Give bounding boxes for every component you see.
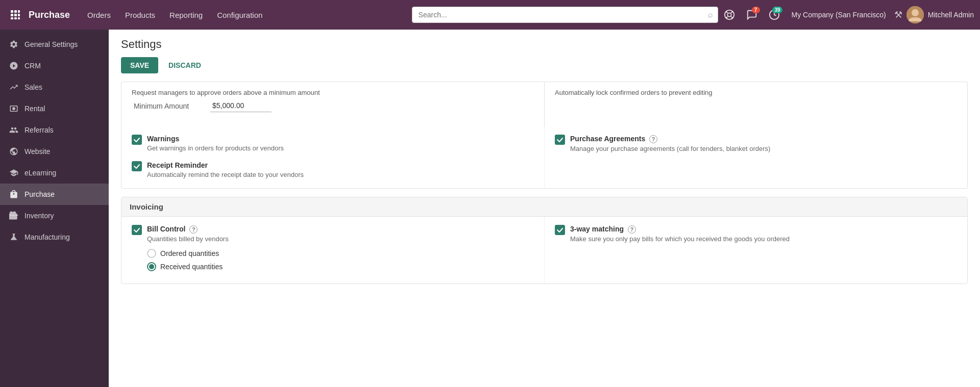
warnings-label: Warnings — [147, 135, 284, 143]
search-container: ⌕ — [412, 7, 718, 23]
purchase-agreements-text: Purchase Agreements ? Manage your purcha… — [570, 135, 770, 153]
svg-rect-18 — [10, 215, 18, 216]
search-icon: ⌕ — [708, 10, 713, 19]
three-way-matching-checkbox[interactable] — [555, 225, 565, 235]
lock-confirmed-orders-text: Automatically lock confirmed orders to p… — [555, 88, 957, 97]
website-icon — [8, 146, 19, 157]
svg-rect-4 — [14, 14, 17, 16]
ordered-quantities-radio-button[interactable] — [147, 249, 156, 258]
three-way-matching-description: Make sure you only pay bills for which y… — [570, 235, 790, 244]
bill-control-checkbox[interactable] — [132, 225, 142, 235]
orders-col-right: Purchase Agreements ? Manage your purcha… — [545, 126, 967, 188]
save-button[interactable]: SAVE — [121, 57, 158, 73]
sidebar-item-inventory[interactable]: Inventory — [0, 205, 109, 226]
sidebar-item-manufacturing[interactable]: Manufacturing — [0, 226, 109, 248]
username[interactable]: Mitchell Admin — [928, 11, 974, 19]
three-way-matching-label: 3-way matching ? — [570, 225, 790, 234]
svg-point-10 — [727, 13, 731, 16]
sidebar: General Settings CRM Sales — [0, 30, 109, 387]
support-icon-button[interactable] — [720, 6, 739, 24]
svg-rect-6 — [11, 17, 13, 19]
activities-icon-button[interactable]: 39 — [765, 6, 783, 24]
activities-badge: 39 — [772, 7, 782, 13]
action-buttons: SAVE DISCARD — [121, 57, 968, 73]
partial-col-left: Request managers to approve orders above… — [121, 82, 545, 126]
referrals-icon — [8, 124, 19, 136]
search-input[interactable] — [412, 7, 718, 23]
svg-line-12 — [731, 17, 732, 18]
three-way-matching-help-icon[interactable]: ? — [628, 225, 636, 234]
rental-icon — [8, 103, 19, 114]
bill-control-help-icon[interactable]: ? — [189, 225, 198, 234]
inventory-icon — [8, 210, 19, 221]
receipt-reminder-text: Receipt Reminder Automatically remind th… — [147, 161, 304, 179]
bill-control-setting: Bill Control ? Quantities billed by vend… — [132, 225, 534, 275]
sidebar-item-crm[interactable]: CRM — [0, 55, 109, 76]
received-quantities-radio-inner — [149, 264, 154, 269]
bill-control-description: Quantities billed by vendors — [147, 235, 229, 244]
nav-configuration[interactable]: Configuration — [210, 0, 270, 30]
sidebar-item-rental[interactable]: Rental — [0, 98, 109, 119]
bill-control-radio-group: Ordered quantities Received quantities — [147, 249, 229, 271]
sidebar-item-website[interactable]: Website — [0, 141, 109, 162]
messages-badge: 7 — [752, 7, 760, 13]
page-header: Settings SAVE DISCARD — [109, 30, 980, 82]
approve-orders-text: Request managers to approve orders above… — [132, 88, 534, 97]
sidebar-item-rental-label: Rental — [24, 105, 45, 113]
bill-control-text: Bill Control ? Quantities billed by vend… — [147, 225, 229, 275]
warnings-description: Get warnings in orders for products or v… — [147, 144, 284, 153]
sidebar-item-sales[interactable]: Sales — [0, 76, 109, 98]
sales-icon — [8, 82, 19, 93]
apps-menu-button[interactable] — [6, 6, 24, 24]
received-quantities-radio[interactable]: Received quantities — [147, 262, 229, 271]
svg-rect-7 — [14, 17, 17, 19]
topnav-actions: 7 39 My Company (San Francisco) ⚒ Mitche… — [720, 6, 974, 24]
debug-tools-icon[interactable]: ⚒ — [894, 9, 902, 20]
receipt-reminder-description: Automatically remind the receipt date to… — [147, 170, 304, 179]
app-brand: Purchase — [29, 10, 70, 20]
invoicing-header: Invoicing — [121, 197, 967, 217]
warnings-setting: Warnings Get warnings in orders for prod… — [132, 135, 534, 153]
receipt-reminder-label: Receipt Reminder — [147, 161, 304, 169]
purchase-agreements-setting: Purchase Agreements ? Manage your purcha… — [555, 135, 957, 153]
sidebar-item-crm-label: CRM — [24, 62, 41, 70]
svg-line-14 — [726, 17, 727, 18]
purchase-agreements-checkbox[interactable] — [555, 135, 565, 145]
svg-rect-3 — [11, 14, 13, 16]
settings-content: Request managers to approve orders above… — [109, 82, 980, 284]
three-way-matching-setting: 3-way matching ? Make sure you only pay … — [555, 225, 957, 244]
purchase-agreements-help-icon[interactable]: ? — [649, 135, 657, 143]
ordered-quantities-label: Ordered quantities — [160, 249, 219, 257]
nav-reporting[interactable]: Reporting — [162, 0, 210, 30]
svg-line-13 — [731, 12, 732, 13]
receipt-reminder-setting: Receipt Reminder Automatically remind th… — [132, 161, 534, 179]
minimum-amount-row: Minimum Amount — [132, 99, 534, 112]
received-quantities-label: Received quantities — [160, 263, 223, 271]
nav-products[interactable]: Products — [118, 0, 162, 30]
avatar[interactable] — [906, 6, 924, 23]
sidebar-item-purchase[interactable]: Purchase — [0, 184, 109, 205]
messages-icon-button[interactable]: 7 — [743, 6, 761, 24]
orders-col-left: Warnings Get warnings in orders for prod… — [121, 126, 545, 188]
gear-icon — [8, 39, 19, 50]
bill-control-label: Bill Control ? — [147, 225, 229, 234]
received-quantities-radio-button[interactable] — [147, 262, 156, 271]
svg-line-11 — [726, 12, 727, 13]
nav-orders[interactable]: Orders — [80, 0, 118, 30]
sidebar-item-elearning[interactable]: eLearning — [0, 162, 109, 184]
ordered-quantities-radio[interactable]: Ordered quantities — [147, 249, 229, 258]
company-selector[interactable]: My Company (San Francisco) — [788, 11, 890, 19]
minimum-amount-input[interactable] — [210, 99, 272, 112]
receipt-reminder-checkbox[interactable] — [132, 161, 142, 171]
sidebar-item-referrals[interactable]: Referrals — [0, 119, 109, 141]
nav-links: Orders Products Reporting Configuration — [80, 0, 410, 30]
invoicing-section: Invoicing Bill Control ? — [121, 197, 968, 284]
discard-button[interactable]: DISCARD — [162, 57, 207, 73]
orders-settings-rows: Warnings Get warnings in orders for prod… — [121, 126, 968, 188]
warnings-checkbox[interactable] — [132, 135, 142, 145]
sidebar-item-referrals-label: Referrals — [24, 126, 54, 134]
sidebar-item-general-settings[interactable]: General Settings — [0, 34, 109, 55]
sidebar-item-elearning-label: eLearning — [24, 169, 56, 177]
invoicing-section-body: Bill Control ? Quantities billed by vend… — [121, 217, 967, 283]
top-navigation: Purchase Orders Products Reporting Confi… — [0, 0, 980, 30]
